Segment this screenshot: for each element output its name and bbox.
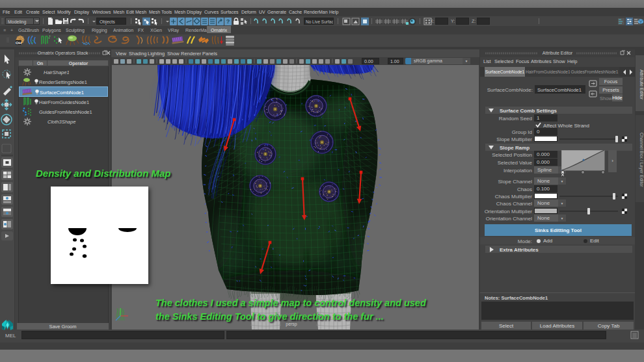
svg-text:OH: OH bbox=[16, 41, 21, 45]
svg-text:?: ? bbox=[226, 18, 230, 25]
